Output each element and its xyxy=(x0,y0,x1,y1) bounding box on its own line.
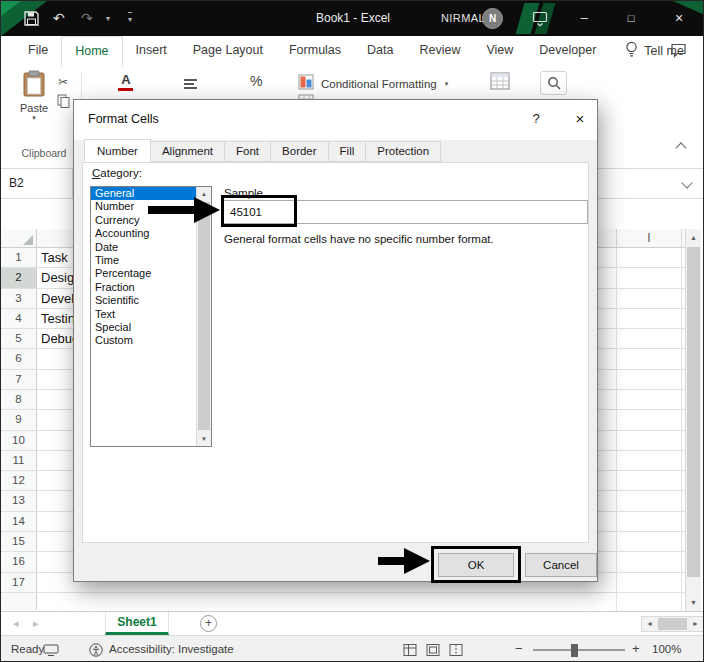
row-header[interactable]: 3 xyxy=(1,289,37,308)
row-header[interactable]: 11 xyxy=(1,451,37,470)
row-header[interactable]: 15 xyxy=(1,532,37,551)
scroll-right-icon[interactable]: ► xyxy=(688,617,703,631)
category-item-special[interactable]: Special xyxy=(91,321,196,334)
dialog-close-icon[interactable]: × xyxy=(565,100,595,138)
horizontal-scrollbar[interactable]: ◄ ► xyxy=(641,616,704,632)
row-header[interactable]: 5 xyxy=(1,329,37,348)
font-color-button[interactable]: A xyxy=(118,72,134,91)
cell-a2[interactable]: Desig xyxy=(41,268,74,288)
row-header[interactable]: 13 xyxy=(1,491,37,510)
listbox-scrollbar[interactable]: ▲ ▼ xyxy=(196,187,211,446)
sheet-next-icon[interactable]: ▸ xyxy=(33,612,39,635)
ribbon-display-options-icon[interactable] xyxy=(532,10,548,31)
row-header[interactable]: 16 xyxy=(1,552,37,571)
sheet-prev-icon[interactable]: ◂ xyxy=(13,612,19,635)
tab-file[interactable]: File xyxy=(15,36,61,66)
undo-dropdown-icon[interactable]: ▾ xyxy=(106,14,110,23)
accessibility-status[interactable]: Accessibility: Investigate xyxy=(109,636,234,662)
tab-view[interactable]: View xyxy=(473,36,526,66)
zoom-out-button[interactable]: − xyxy=(515,636,523,662)
cell-a4[interactable]: Testin xyxy=(41,309,75,329)
cut-icon[interactable]: ✂ xyxy=(58,75,68,89)
row-header[interactable]: 7 xyxy=(1,370,37,389)
category-listbox[interactable]: General Number Currency Accounting Date … xyxy=(90,186,212,447)
row-header[interactable]: 14 xyxy=(1,512,37,531)
cell-styles-icon[interactable] xyxy=(490,71,510,95)
dialog-tab-number[interactable]: Number xyxy=(84,139,151,162)
dialog-tab-fill[interactable]: Fill xyxy=(329,141,367,162)
avatar[interactable]: N xyxy=(482,8,503,29)
save-icon[interactable] xyxy=(23,10,40,31)
copy-icon[interactable] xyxy=(57,94,71,113)
row-header[interactable]: 2 xyxy=(1,268,37,287)
close-button[interactable]: × xyxy=(660,1,698,36)
dialog-tab-alignment[interactable]: Alignment xyxy=(151,141,225,162)
new-sheet-button[interactable]: + xyxy=(200,615,217,632)
find-select-button[interactable] xyxy=(540,71,567,95)
tab-home[interactable]: Home xyxy=(61,36,122,66)
quick-access-customize-icon[interactable]: ▾ xyxy=(128,12,132,24)
cancel-button[interactable]: Cancel xyxy=(525,553,597,577)
row-header[interactable]: 9 xyxy=(1,410,37,429)
category-item-fraction[interactable]: Fraction xyxy=(91,281,196,294)
name-box[interactable]: B2 xyxy=(1,169,73,198)
undo-icon[interactable]: ↶ xyxy=(53,8,65,28)
row-header[interactable]: 12 xyxy=(1,471,37,490)
category-item-date[interactable]: Date xyxy=(91,241,196,254)
tab-page-layout[interactable]: Page Layout xyxy=(180,36,276,66)
row-header[interactable]: 6 xyxy=(1,349,37,368)
redo-icon[interactable]: ↷ xyxy=(81,8,93,28)
dialog-tab-border[interactable]: Border xyxy=(271,141,329,162)
vertical-scrollbar[interactable]: ▲ ▼ xyxy=(685,229,701,611)
conditional-formatting-icon[interactable] xyxy=(298,74,314,94)
zoom-slider-thumb[interactable] xyxy=(571,644,578,657)
horizontal-scrollbar-thumb[interactable] xyxy=(658,618,687,630)
column-header-i[interactable]: I xyxy=(616,229,681,247)
collapse-ribbon-icon[interactable] xyxy=(675,142,686,153)
percent-style-button[interactable]: % xyxy=(250,73,262,89)
category-item-scientific[interactable]: Scientific xyxy=(91,294,196,307)
tab-formulas[interactable]: Formulas xyxy=(276,36,354,66)
zoom-slider-track[interactable] xyxy=(533,649,625,651)
align-icon[interactable] xyxy=(184,79,197,91)
paste-dropdown-icon[interactable]: ▾ xyxy=(11,114,57,122)
row-header[interactable]: 4 xyxy=(1,309,37,328)
dialog-help-button[interactable]: ? xyxy=(524,100,548,138)
scroll-down-icon[interactable]: ▼ xyxy=(686,594,701,611)
dialog-tab-protection[interactable]: Protection xyxy=(366,141,441,162)
dialog-tab-font[interactable]: Font xyxy=(225,141,271,162)
scroll-up-icon[interactable]: ▲ xyxy=(686,229,701,246)
account-name[interactable]: NIRMAL xyxy=(441,1,485,36)
scroll-left-icon[interactable]: ◄ xyxy=(642,617,657,631)
tab-developer[interactable]: Developer xyxy=(526,36,609,66)
page-break-view-icon[interactable] xyxy=(449,643,463,661)
minimize-button[interactable]: – xyxy=(565,1,603,36)
conditional-formatting-button[interactable]: Conditional Formatting ▾ xyxy=(321,78,448,90)
macro-record-icon[interactable] xyxy=(43,644,59,662)
vertical-scrollbar-thumb[interactable] xyxy=(687,247,700,577)
cell-a3[interactable]: Devel xyxy=(41,289,74,309)
row-header[interactable]: 1 xyxy=(1,248,37,267)
listbox-scrollbar-thumb[interactable] xyxy=(198,202,210,430)
category-item-accounting[interactable]: Accounting xyxy=(91,227,196,240)
formula-bar-expand-icon[interactable] xyxy=(681,177,692,188)
page-layout-view-icon[interactable] xyxy=(426,643,440,661)
row-header[interactable]: 8 xyxy=(1,390,37,409)
cell-a1[interactable]: Task xyxy=(41,248,68,268)
row-header[interactable]: 10 xyxy=(1,431,37,450)
category-item-time[interactable]: Time xyxy=(91,254,196,267)
tab-data[interactable]: Data xyxy=(354,36,406,66)
paste-button[interactable]: Paste ▾ xyxy=(11,70,57,122)
tab-review[interactable]: Review xyxy=(406,36,473,66)
category-item-percentage[interactable]: Percentage xyxy=(91,267,196,280)
maximize-button[interactable]: □ xyxy=(612,1,650,36)
scroll-down-icon[interactable]: ▼ xyxy=(197,432,211,446)
comments-icon[interactable] xyxy=(670,42,687,63)
tab-insert[interactable]: Insert xyxy=(123,36,180,66)
zoom-level[interactable]: 100% xyxy=(652,636,681,662)
normal-view-icon[interactable] xyxy=(403,643,417,661)
row-header[interactable]: 17 xyxy=(1,573,37,592)
category-item-text[interactable]: Text xyxy=(91,308,196,321)
zoom-in-button[interactable]: + xyxy=(632,636,640,662)
select-all-corner[interactable] xyxy=(1,229,37,247)
